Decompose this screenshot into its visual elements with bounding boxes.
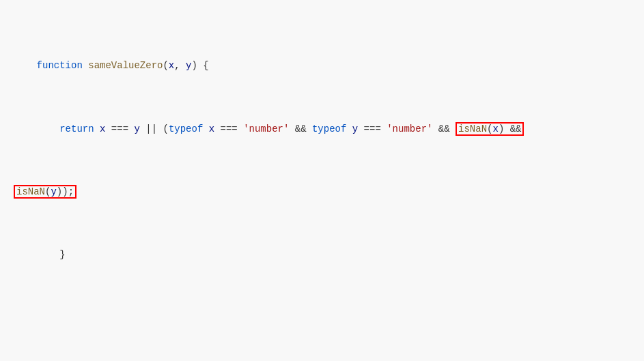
- highlight-isnan-y: isNaN(y));: [14, 185, 76, 199]
- code-line-2: return x === y || (typeof x === 'number'…: [14, 121, 630, 137]
- code-line-4: }: [14, 247, 630, 263]
- code-line-1: function sameValueZero(x, y) {: [14, 58, 630, 74]
- code-line-3: isNaN(y));: [14, 184, 630, 200]
- code-line-5: [14, 311, 630, 326]
- code-editor: function sameValueZero(x, y) { return x …: [0, 0, 644, 361]
- highlight-isnan-x: isNaN(x) &&: [456, 122, 524, 136]
- code-content: function sameValueZero(x, y) { return x …: [14, 11, 630, 361]
